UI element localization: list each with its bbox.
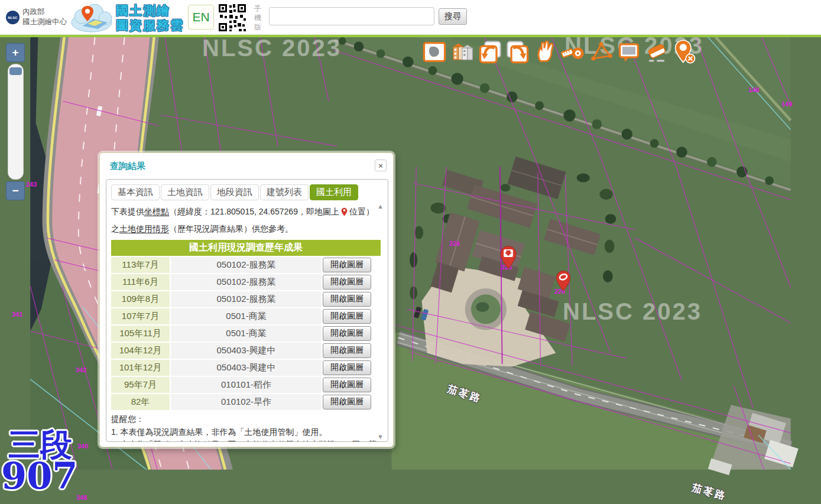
zoom-in-button[interactable]: + <box>6 43 25 62</box>
zoom-slider[interactable] <box>8 64 24 180</box>
land-use-cell: 050102-服務業 <box>171 291 322 307</box>
next-view-button[interactable] <box>505 39 531 65</box>
land-use-cell: 010102-旱作 <box>171 394 322 410</box>
map-pin-inline-icon <box>341 206 348 222</box>
agency-name: 內政部 國土測繪中心 <box>22 7 67 27</box>
land-use-cell: 050403-興建中 <box>171 343 322 359</box>
watermark-nlsc: NLSC 2023 <box>202 35 342 61</box>
open-layer-button[interactable]: 開啟圖層 <box>323 326 371 341</box>
open-layer-button[interactable]: 開啟圖層 <box>323 395 371 409</box>
survey-date-cell: 82年 <box>111 394 170 410</box>
intro-segment: ，即地圖上 <box>298 207 339 216</box>
note-line-1: 1. 本表僅為現況調查結果，非作為「土地使用管制」使用。 <box>111 426 383 439</box>
eraser-icon <box>644 39 670 65</box>
note-line-2: 2. 本表為「單點」之查詢結果，不一定能代表整筆土地之狀況。（同一筆土地可能同時… <box>111 438 383 442</box>
close-button[interactable]: × <box>375 160 387 171</box>
buildings-icon <box>449 39 475 65</box>
table-row: 104年12月 050403-興建中 開啟圖層 <box>111 343 381 359</box>
open-layer-button[interactable]: 開啟圖層 <box>323 378 371 392</box>
tab-section-info[interactable]: 地段資訊 <box>210 184 259 200</box>
survey-date-cell: 113年7月 <box>111 257 170 273</box>
table-row: 95年7月 010101-稻作 開啟圖層 <box>111 377 381 393</box>
table-row: 82年 010102-旱作 開啟圖層 <box>111 394 381 410</box>
clear-markers-button[interactable] <box>671 39 697 65</box>
site-title[interactable]: 國土測繪 圖資服務雲 <box>116 3 184 32</box>
table-row: 101年12月 050403-興建中 開啟圖層 <box>111 360 381 376</box>
parcel-number: 341 <box>12 311 22 318</box>
map-toolbar <box>421 39 697 65</box>
parcel-number: 348 <box>76 494 87 501</box>
survey-date-cell: 111年6月 <box>111 274 170 290</box>
search-input[interactable] <box>269 7 434 25</box>
table-row: 109年8月 050102-服務業 開啟圖層 <box>111 291 381 307</box>
eraser-button[interactable] <box>644 39 670 65</box>
intro-segment: （經緯度： <box>169 207 210 216</box>
map-pin-arrow-icon <box>498 245 518 269</box>
measure-area-icon <box>588 39 614 65</box>
open-layer-button[interactable]: 開啟圖層 <box>323 309 371 324</box>
map-pin-ring-icon <box>554 270 572 291</box>
mobile-version-link[interactable]: 手機版 <box>253 4 262 32</box>
land-use-cell: 050102-服務業 <box>171 257 322 273</box>
pan-hand-icon <box>533 39 559 65</box>
cadastral-parcel-label: 907 <box>1 454 77 498</box>
intro-segment: 下表提供 <box>111 207 144 216</box>
annotation-icon <box>616 39 642 65</box>
parcel-number: 148 <box>748 86 759 93</box>
open-layer-button[interactable]: 開啟圖層 <box>323 258 371 272</box>
measure-distance-button[interactable] <box>560 39 586 65</box>
parcel-number: 342 <box>76 366 86 373</box>
survey-date-cell: 109年8月 <box>111 291 170 307</box>
query-results-dialog: 查詢結果 × 基本資訊 土地資訊 地段資訊 建號列表 國土利用 下表提供坐標點（… <box>99 152 394 447</box>
land-use-cell: 010101-稻作 <box>171 377 322 393</box>
notes-title: 提醒您： <box>111 413 383 426</box>
open-layer-button[interactable]: 開啟圖層 <box>323 360 371 375</box>
tab-land-info[interactable]: 土地資訊 <box>161 184 209 200</box>
scroll-up-icon[interactable]: ▲ <box>377 203 384 210</box>
dialog-content: 基本資訊 土地資訊 地段資訊 建號列表 國土利用 下表提供坐標點（經緯度：121… <box>106 179 388 442</box>
annotation-button[interactable] <box>616 39 642 65</box>
open-layer-button[interactable]: 開啟圖層 <box>323 275 371 290</box>
survey-date-cell: 104年12月 <box>111 343 170 359</box>
open-layer-button[interactable]: 開啟圖層 <box>323 343 371 358</box>
language-en-button[interactable]: EN <box>188 5 214 30</box>
tab-land-use[interactable]: 國土利用 <box>310 184 358 200</box>
result-tabs: 基本資訊 土地資訊 地段資訊 建號列表 國土利用 <box>111 184 382 200</box>
dialog-title: 查詢結果 <box>110 161 145 172</box>
coordinates-value: 121.805015, 24.657269 <box>210 207 298 216</box>
reminder-notes: 提醒您： 1. 本表僅為現況調查結果，非作為「土地使用管制」使用。 2. 本表為… <box>111 413 383 442</box>
zoom-out-button[interactable]: − <box>6 181 25 200</box>
query-location-pin[interactable] <box>498 245 518 271</box>
table-row: 111年6月 050102-服務業 開啟圖層 <box>111 274 381 290</box>
watermark-nlsc: NLSC 2023 <box>563 298 702 325</box>
site-logo[interactable] <box>70 2 113 35</box>
tab-building-list[interactable]: 建號列表 <box>260 184 309 200</box>
zoom-control: + − <box>6 43 25 200</box>
scroll-down-icon[interactable]: ▼ <box>377 433 384 440</box>
previous-view-icon <box>477 39 503 65</box>
parcel-number: 226 <box>449 240 460 247</box>
survey-date-cell: 105年11月 <box>111 326 170 342</box>
previous-view-button[interactable] <box>477 39 503 65</box>
zoom-slider-handle[interactable] <box>9 67 22 75</box>
next-view-icon <box>505 39 531 65</box>
buildings-3d-button[interactable] <box>449 39 475 65</box>
search-button[interactable]: 搜尋 <box>439 8 467 25</box>
clear-markers-icon <box>671 39 697 65</box>
tab-basic-info[interactable]: 基本資訊 <box>111 184 160 200</box>
result-location-pin[interactable] <box>554 270 572 294</box>
qr-code[interactable] <box>218 3 247 35</box>
pan-button[interactable] <box>533 39 559 65</box>
full-extent-button[interactable] <box>421 39 447 65</box>
table-row: 113年7月 050102-服務業 開啟圖層 <box>111 257 381 273</box>
land-use-cell: 0501-商業 <box>171 326 322 342</box>
survey-date-cell: 95年7月 <box>111 377 170 393</box>
full-extent-icon <box>421 39 447 65</box>
moi-badge-icon: NLSC <box>6 11 20 24</box>
table-header: 國土利用現況調查歷年成果 <box>111 240 381 256</box>
survey-date-cell: 107年7月 <box>111 308 170 324</box>
header: NLSC 內政部 國土測繪中心 國土測繪 圖資服務雲 EN <box>0 0 821 35</box>
open-layer-button[interactable]: 開啟圖層 <box>323 292 371 307</box>
measure-area-button[interactable] <box>588 39 614 65</box>
parcel-number: 149 <box>781 100 792 108</box>
